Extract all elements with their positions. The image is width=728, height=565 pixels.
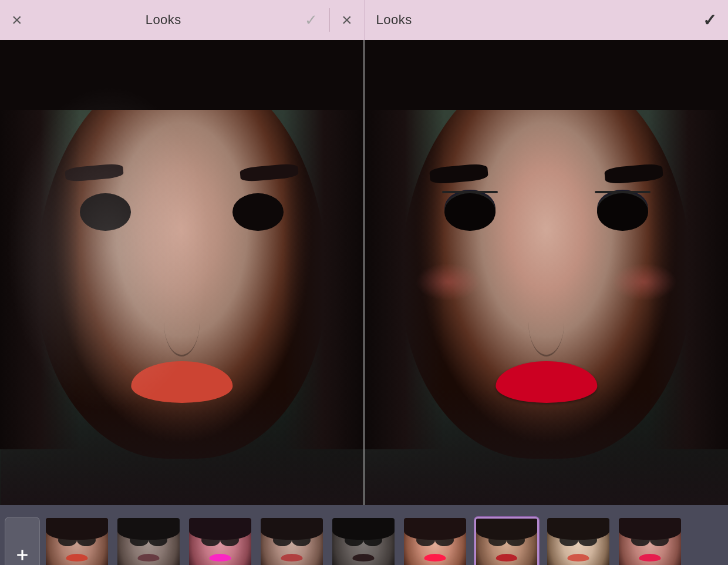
- filter-item-chic[interactable]: Chic: [400, 517, 470, 565]
- filter-thumb-inner-office-lady: [261, 518, 323, 565]
- hair-40s: [476, 519, 537, 540]
- left-check-button[interactable]: ✓: [305, 11, 318, 29]
- left-hair-side-left: [0, 77, 80, 449]
- filter-thumb-inner-bisque-doll: [547, 518, 609, 565]
- left-toolbar-center: ✓ ×: [305, 8, 352, 32]
- face-rocker: [332, 518, 395, 565]
- hair-chic: [404, 518, 466, 540]
- left-close-button[interactable]: ×: [12, 11, 22, 29]
- face-office-lady: [261, 518, 323, 565]
- filter-thumb-inner-chic: [404, 518, 466, 565]
- filter-thumb-candy: [188, 517, 252, 565]
- filter-thumb-inner-cool: [117, 518, 180, 565]
- lip-office-lady: [281, 554, 302, 561]
- filter-item-dating[interactable]: Dating: [615, 517, 685, 565]
- face-bisque-doll: [547, 518, 609, 565]
- left-eye-right: [232, 193, 284, 230]
- filter-thumb-inner-dating: [619, 518, 681, 565]
- bottom-filter-strip: Original Cool Candy: [0, 505, 728, 565]
- hair-dating: [619, 518, 681, 540]
- hair-bisque-doll: [547, 518, 609, 540]
- filter-thumb-chic: [403, 517, 467, 565]
- right-face-container: [365, 40, 728, 505]
- right-check-button[interactable]: ✓: [703, 11, 716, 30]
- filter-thumb-cool: [116, 517, 181, 565]
- right-eye-right: [597, 193, 648, 230]
- images-area: i: [0, 40, 728, 505]
- filter-item-40s[interactable]: 40s: [472, 517, 541, 565]
- lip-cool: [137, 554, 159, 561]
- right-eye-left: [444, 193, 496, 230]
- hair-candy: [189, 518, 251, 540]
- top-bars-container: × Looks ✓ × Looks ✓: [0, 0, 728, 40]
- hair-original: [46, 518, 108, 540]
- filter-thumb-office-lady: [259, 517, 324, 565]
- filter-item-candy[interactable]: Candy: [186, 517, 255, 565]
- right-hair-top: [365, 40, 728, 110]
- plus-icon: [14, 546, 31, 564]
- filter-thumb-rocker: [331, 517, 396, 565]
- left-face-container: [0, 40, 363, 505]
- hair-cool: [117, 518, 180, 540]
- right-nose: [528, 287, 565, 357]
- lip-bisque-doll: [567, 554, 589, 561]
- right-top-bar: Looks ✓: [365, 0, 729, 40]
- add-filter-button[interactable]: [5, 517, 40, 565]
- filter-thumb-40s: [474, 517, 539, 565]
- left-image-panel: i: [0, 40, 363, 505]
- face-original: [46, 518, 108, 565]
- filter-thumb-bisque-doll: [546, 517, 611, 565]
- right-panel-title: Looks: [376, 12, 412, 28]
- filter-thumb-dating: [618, 517, 682, 565]
- face-candy: [189, 518, 251, 565]
- lip-40s: [496, 554, 517, 561]
- left-eye-left: [80, 193, 131, 230]
- filter-item-rocker[interactable]: Rocker: [329, 517, 398, 565]
- lip-rocker: [352, 554, 374, 561]
- left-nose: [164, 287, 200, 357]
- filter-thumb-original: [45, 517, 109, 565]
- face-40s: [476, 519, 537, 565]
- left-panel-title: Looks: [146, 12, 181, 28]
- lip-dating: [639, 554, 660, 561]
- filter-item-bisque-doll[interactable]: Bisque Doll: [544, 517, 613, 565]
- face-dating: [619, 518, 681, 565]
- lip-candy: [209, 554, 231, 561]
- left-close-right-button[interactable]: ×: [342, 10, 352, 30]
- filter-item-original[interactable]: Original: [42, 517, 112, 565]
- filter-item-cool[interactable]: Cool: [114, 517, 183, 565]
- left-top-bar: × Looks ✓ ×: [0, 0, 365, 40]
- hair-rocker: [332, 518, 395, 540]
- right-image-panel: i: [365, 40, 728, 505]
- left-hair-top: [0, 40, 363, 110]
- face-chic: [404, 518, 466, 565]
- lip-original: [66, 554, 87, 561]
- filter-thumb-inner-rocker: [332, 518, 395, 565]
- hair-office-lady: [261, 518, 323, 540]
- left-hair-side-right: [284, 77, 363, 449]
- filter-thumb-inner-40s: [476, 519, 537, 565]
- filter-thumb-inner-candy: [189, 518, 251, 565]
- filter-item-office-lady[interactable]: Office Lady: [257, 517, 326, 565]
- top-bar-divider: [329, 8, 330, 32]
- right-hair-side-right: [648, 77, 728, 449]
- filter-thumb-inner-original: [46, 518, 108, 565]
- lip-chic: [424, 554, 446, 561]
- right-hair-side-left: [365, 77, 444, 449]
- face-cool: [117, 518, 180, 565]
